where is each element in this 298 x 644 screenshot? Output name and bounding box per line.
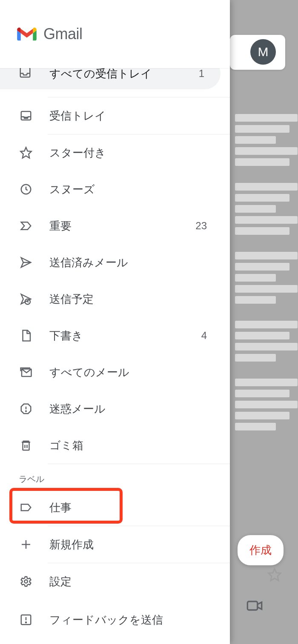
sidebar-item-trash[interactable]: ゴミ箱 — [0, 427, 230, 464]
sidebar-item-label: すべてのメール — [49, 365, 129, 380]
svg-point-12 — [24, 580, 28, 583]
sidebar-item-label: フィードバックを送信 — [49, 613, 163, 627]
draft-icon — [19, 329, 33, 342]
inbox-icon — [19, 109, 33, 122]
clock-icon — [19, 183, 33, 196]
svg-rect-1 — [247, 601, 257, 610]
sidebar-feedback[interactable]: フィードバックを送信 — [0, 601, 230, 638]
sidebar-item-label: 下書き — [49, 328, 83, 343]
video-icon[interactable] — [246, 597, 263, 616]
all-inboxes-icon — [19, 66, 33, 82]
sidebar-item-label: 重要 — [49, 219, 72, 234]
drawer-scroll[interactable]: すべての受信トレイ 1 受信トレイ スター付き スヌーズ — [0, 63, 230, 644]
star-icon[interactable] — [267, 567, 282, 584]
sidebar-label-work[interactable]: 仕事 — [0, 489, 230, 526]
gear-icon — [19, 575, 33, 588]
trash-icon — [19, 439, 33, 452]
compose-button[interactable]: 作成 — [238, 535, 284, 565]
label-icon — [19, 501, 33, 514]
star-icon — [19, 146, 33, 159]
sidebar-item-spam[interactable]: 迷惑メール — [0, 390, 230, 427]
sidebar-item-label: 新規作成 — [49, 537, 94, 552]
sidebar-item-label: 送信予定 — [49, 292, 94, 307]
svg-rect-2 — [20, 67, 30, 77]
sidebar-item-count: 4 — [201, 330, 216, 342]
svg-marker-0 — [269, 569, 281, 581]
sidebar-item-snoozed[interactable]: スヌーズ — [0, 171, 230, 208]
sidebar-create-label[interactable]: 新規作成 — [0, 526, 230, 563]
sidebar-item-label: 迷惑メール — [49, 402, 106, 416]
sidebar-item-scheduled[interactable]: 送信予定 — [0, 281, 230, 317]
sidebar-item-label: 送信済みメール — [49, 255, 128, 270]
sidebar-item-count: 1 — [199, 68, 204, 80]
sidebar-item-important[interactable]: 重要 23 — [0, 208, 230, 244]
app-title: Gmail — [43, 25, 83, 43]
account-avatar[interactable]: M — [250, 39, 276, 65]
svg-marker-4 — [21, 148, 32, 158]
labels-section-header: ラベル — [0, 464, 230, 489]
sidebar-item-label: 受信トレイ — [49, 108, 106, 123]
sidebar-item-count: 23 — [195, 220, 216, 232]
sidebar-item-label: ゴミ箱 — [49, 438, 83, 453]
sidebar-item-label: 設定 — [49, 574, 72, 589]
sidebar-item-starred[interactable]: スター付き — [0, 134, 230, 171]
sidebar-item-drafts[interactable]: 下書き 4 — [0, 317, 230, 354]
avatar-initial: M — [258, 45, 269, 59]
plus-icon — [19, 538, 33, 551]
sidebar-item-sent[interactable]: 送信済みメール — [0, 244, 230, 281]
svg-point-10 — [26, 411, 26, 412]
sidebar-item-label: 仕事 — [49, 500, 72, 515]
svg-rect-11 — [23, 442, 29, 450]
sidebar-item-allmail[interactable]: すべてのメール — [0, 354, 230, 390]
drawer-header: Gmail — [0, 0, 230, 68]
scheduled-send-icon — [19, 293, 33, 305]
feedback-icon — [19, 613, 33, 626]
sidebar-item-label: スター付き — [49, 145, 106, 160]
sidebar-item-label: スヌーズ — [49, 182, 95, 197]
sidebar-settings[interactable]: 設定 — [0, 563, 230, 600]
gmail-m-icon — [16, 26, 37, 42]
send-icon — [19, 256, 33, 269]
allmail-icon — [19, 366, 33, 379]
important-icon — [19, 219, 33, 232]
spam-icon — [19, 402, 33, 415]
obscured-mail-list — [230, 111, 298, 434]
gmail-logo[interactable]: Gmail — [16, 25, 83, 43]
navigation-drawer: Gmail すべての受信トレイ 1 受信トレイ — [0, 0, 230, 644]
sidebar-item-inbox[interactable]: 受信トレイ — [0, 97, 230, 134]
sidebar-item-label: すべての受信トレイ — [49, 66, 152, 81]
compose-label-fragment: 作成 — [249, 544, 272, 556]
svg-point-15 — [26, 622, 26, 623]
